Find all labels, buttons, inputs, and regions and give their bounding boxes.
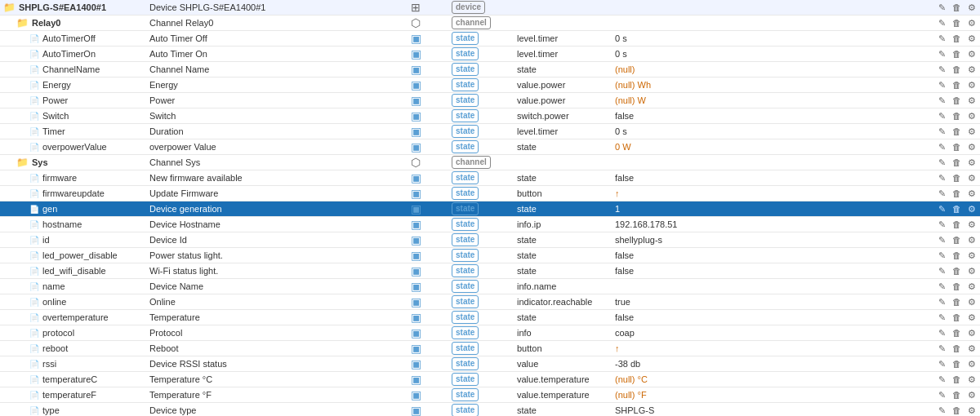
- edit-icon[interactable]: ✎: [937, 281, 947, 293]
- table-row[interactable]: 📄temperatureFTemperature °F▣statevalue.t…: [0, 387, 980, 403]
- edit-icon[interactable]: ✎: [937, 203, 947, 215]
- row-actions[interactable]: ✎ 🗑 ⚙: [923, 93, 980, 108]
- table-row[interactable]: 📄overpowerValueoverpower Value▣statestat…: [0, 139, 980, 155]
- delete-icon[interactable]: 🗑: [951, 126, 963, 137]
- table-row[interactable]: 📄ChannelNameChannel Name▣statestate(null…: [0, 62, 980, 77]
- delete-icon[interactable]: 🗑: [951, 312, 963, 323]
- delete-icon[interactable]: 🗑: [951, 48, 963, 60]
- delete-icon[interactable]: 🗑: [951, 203, 963, 215]
- delete-icon[interactable]: 🗑: [951, 188, 963, 199]
- table-row[interactable]: 📄AutoTimerOffAuto Timer Off▣statelevel.t…: [0, 31, 980, 46]
- edit-icon[interactable]: ✎: [937, 126, 947, 138]
- delete-icon[interactable]: 🗑: [951, 234, 963, 246]
- delete-icon[interactable]: 🗑: [951, 265, 963, 277]
- row-actions[interactable]: ✎ 🗑 ⚙: [923, 155, 980, 170]
- edit-icon[interactable]: ✎: [937, 343, 947, 355]
- edit-icon[interactable]: ✎: [937, 405, 947, 417]
- table-row[interactable]: 📄EnergyEnergy▣statevalue.power(null) Wh …: [0, 77, 980, 93]
- settings-icon[interactable]: ⚙: [966, 2, 978, 14]
- settings-icon[interactable]: ⚙: [966, 312, 978, 324]
- table-row[interactable]: 📄nameDevice Name▣stateinfo.name ✎ 🗑 ⚙: [0, 279, 980, 294]
- table-row[interactable]: 📄protocolProtocol▣stateinfocoap ✎ 🗑 ⚙: [0, 325, 980, 341]
- edit-icon[interactable]: ✎: [937, 219, 947, 231]
- row-actions[interactable]: ✎ 🗑 ⚙: [923, 46, 980, 62]
- table-row[interactable]: 📄genDevice generation▣statestate1 ✎ 🗑 ⚙: [0, 201, 980, 217]
- row-actions[interactable]: ✎ 🗑 ⚙: [923, 387, 980, 403]
- settings-icon[interactable]: ⚙: [966, 95, 978, 107]
- edit-icon[interactable]: ✎: [937, 110, 947, 122]
- table-row[interactable]: 📄TimerDuration▣statelevel.timer0 s ✎ 🗑 ⚙: [0, 124, 980, 139]
- delete-icon[interactable]: 🗑: [951, 389, 963, 401]
- settings-icon[interactable]: ⚙: [966, 389, 978, 401]
- delete-icon[interactable]: 🗑: [951, 405, 963, 416]
- settings-icon[interactable]: ⚙: [966, 374, 978, 386]
- settings-icon[interactable]: ⚙: [966, 234, 978, 246]
- edit-icon[interactable]: ✎: [937, 48, 947, 60]
- settings-icon[interactable]: ⚙: [966, 250, 978, 262]
- row-actions[interactable]: ✎ 🗑 ⚙: [923, 124, 980, 139]
- settings-icon[interactable]: ⚙: [966, 358, 978, 370]
- delete-icon[interactable]: 🗑: [951, 343, 963, 354]
- settings-icon[interactable]: ⚙: [966, 157, 978, 169]
- delete-icon[interactable]: 🗑: [951, 281, 963, 292]
- row-actions[interactable]: ✎ 🗑 ⚙: [923, 232, 980, 248]
- delete-icon[interactable]: 🗑: [951, 327, 963, 339]
- table-row[interactable]: 📁Relay0Channel Relay0⬡channel ✎ 🗑 ⚙: [0, 15, 980, 31]
- edit-icon[interactable]: ✎: [937, 188, 947, 200]
- edit-icon[interactable]: ✎: [937, 33, 947, 45]
- row-actions[interactable]: ✎ 🗑 ⚙: [923, 356, 980, 372]
- table-row[interactable]: 📄overtemperatureTemperature▣statestatefa…: [0, 310, 980, 325]
- edit-icon[interactable]: ✎: [937, 141, 947, 153]
- delete-icon[interactable]: 🗑: [951, 219, 963, 230]
- delete-icon[interactable]: 🗑: [951, 250, 963, 261]
- edit-icon[interactable]: ✎: [937, 2, 947, 14]
- delete-icon[interactable]: 🗑: [951, 141, 963, 153]
- row-actions[interactable]: ✎ 🗑 ⚙: [923, 170, 980, 186]
- table-row[interactable]: 📁SysChannel Sys⬡channel ✎ 🗑 ⚙: [0, 155, 980, 170]
- table-row[interactable]: 📄PowerPower▣statevalue.power(null) W ✎ 🗑…: [0, 93, 980, 108]
- row-actions[interactable]: ✎ 🗑 ⚙: [923, 201, 980, 217]
- edit-icon[interactable]: ✎: [937, 17, 947, 29]
- delete-icon[interactable]: 🗑: [951, 17, 963, 29]
- table-row[interactable]: 📄hostnameDevice Hostname▣stateinfo.ip192…: [0, 217, 980, 232]
- table-row[interactable]: 📄AutoTimerOnAuto Timer On▣statelevel.tim…: [0, 46, 980, 62]
- delete-icon[interactable]: 🗑: [951, 79, 963, 91]
- delete-icon[interactable]: 🗑: [951, 358, 963, 370]
- row-actions[interactable]: ✎ 🗑 ⚙: [923, 341, 980, 356]
- settings-icon[interactable]: ⚙: [966, 343, 978, 355]
- table-row[interactable]: 📄idDevice Id▣statestateshellyplug-s ✎ 🗑 …: [0, 232, 980, 248]
- delete-icon[interactable]: 🗑: [951, 33, 963, 44]
- row-actions[interactable]: ✎ 🗑 ⚙: [923, 263, 980, 279]
- settings-icon[interactable]: ⚙: [966, 327, 978, 339]
- settings-icon[interactable]: ⚙: [966, 64, 978, 76]
- settings-icon[interactable]: ⚙: [966, 172, 978, 184]
- edit-icon[interactable]: ✎: [937, 296, 947, 308]
- edit-icon[interactable]: ✎: [937, 389, 947, 401]
- edit-icon[interactable]: ✎: [937, 234, 947, 246]
- row-actions[interactable]: ✎ 🗑 ⚙: [923, 294, 980, 310]
- delete-icon[interactable]: 🗑: [951, 110, 963, 122]
- table-row[interactable]: 📄onlineOnline▣stateindicator.reachabletr…: [0, 294, 980, 310]
- edit-icon[interactable]: ✎: [937, 172, 947, 184]
- row-actions[interactable]: ✎ 🗑 ⚙: [923, 62, 980, 77]
- edit-icon[interactable]: ✎: [937, 157, 947, 169]
- delete-icon[interactable]: 🗑: [951, 296, 963, 308]
- table-row[interactable]: 📄SwitchSwitch▣stateswitch.powerfalse ✎ 🗑…: [0, 108, 980, 124]
- settings-icon[interactable]: ⚙: [966, 126, 978, 138]
- row-actions[interactable]: ✎ 🗑 ⚙: [923, 325, 980, 341]
- settings-icon[interactable]: ⚙: [966, 296, 978, 308]
- settings-icon[interactable]: ⚙: [966, 281, 978, 293]
- table-row[interactable]: 📁SHPLG-S#EA1400#1Device SHPLG-S#EA1400#1…: [0, 0, 980, 15]
- settings-icon[interactable]: ⚙: [966, 33, 978, 45]
- row-actions[interactable]: ✎ 🗑 ⚙: [923, 0, 980, 15]
- table-row[interactable]: 📄firmwareupdateUpdate Firmware▣statebutt…: [0, 186, 980, 201]
- row-actions[interactable]: ✎ 🗑 ⚙: [923, 279, 980, 294]
- settings-icon[interactable]: ⚙: [966, 48, 978, 60]
- delete-icon[interactable]: 🗑: [951, 2, 963, 13]
- table-row[interactable]: 📄temperatureCTemperature °C▣statevalue.t…: [0, 372, 980, 387]
- settings-icon[interactable]: ⚙: [966, 265, 978, 277]
- settings-icon[interactable]: ⚙: [966, 141, 978, 153]
- delete-icon[interactable]: 🗑: [951, 374, 963, 385]
- settings-icon[interactable]: ⚙: [966, 17, 978, 29]
- row-actions[interactable]: ✎ 🗑 ⚙: [923, 248, 980, 263]
